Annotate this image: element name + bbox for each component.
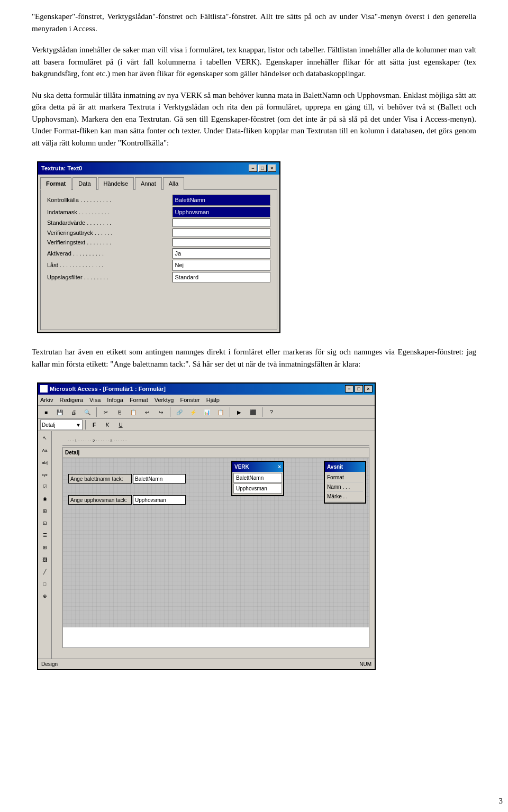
avsnitt-panel: Avsnit Format Namn . . . Märke . . [324,461,366,504]
menu-redigera[interactable]: Redigera [59,396,83,405]
tab-data[interactable]: Data [72,177,96,190]
access-form-area: · · · 1 · · · · · · 2 · · · · · · 3 · · … [52,431,375,659]
toolbar2-sep-1 [85,420,86,430]
tool-aa[interactable]: Aa [40,445,50,456]
form-detail-area: Ange balettnamn tack: BalettNamn Ange up… [63,458,369,627]
minimize-button[interactable]: − [249,165,257,172]
prop-value-2[interactable] [170,218,273,228]
close-button[interactable]: × [268,165,276,172]
avsnitt-title: Avsnit [327,464,343,470]
verk-item-2[interactable]: Upphovsman [233,483,282,494]
intermediate-text-content: Textrutan har även en etikett som anting… [32,348,476,368]
horizontal-ruler: · · · 1 · · · · · · 2 · · · · · · 3 · · … [62,436,369,446]
menu-arkiv[interactable]: Arkiv [40,396,53,405]
toolbar-btn-10[interactable]: 🔗 [174,407,185,417]
verk-titlebar: VERK × [232,462,283,472]
toolbar-view-dropdown[interactable]: Detalj ▼ [40,419,83,430]
menu-infoga[interactable]: Infoga [107,396,123,405]
format-bold-btn[interactable]: F [88,419,100,430]
paragraph-2: Verktygslådan innehåller de saker man vi… [32,44,476,80]
toolbar-btn-11[interactable]: ⚡ [187,407,199,417]
access-screenshot: A Microsoft Access - [Formulär1 : Formul… [37,382,476,670]
toolbar-btn-14[interactable]: ▶ [233,407,245,417]
maximize-button[interactable]: □ [258,165,267,172]
access-main-area: ↖ Aa ab| xyz ☑ ◉ ⊞ ⊡ ☰ ⊞ 🖼 ╱ □ ⊕ · · · 1… [38,431,375,659]
tool-more[interactable]: ⊕ [40,591,50,602]
tool-xyz[interactable]: xyz [40,470,50,480]
toolbar-btn-1[interactable]: ■ [40,407,52,417]
paragraph-1-text: "Egenskaper"-fönstret, Verktygslådan"-fö… [32,12,476,33]
verk-item-1[interactable]: BalettNamn [233,473,282,483]
tool-checkbox[interactable]: ☑ [40,482,50,492]
tool-toggle[interactable]: ⊞ [40,506,50,517]
form-detail-header: Detalj [63,448,369,458]
access-minimize-btn[interactable]: − [345,385,353,393]
toolbar-btn-3[interactable]: 🖨 [68,407,79,417]
prop-label-6: Låst . . . . . . . . . . . . . . [45,259,170,271]
tab-format[interactable]: Format [40,177,71,190]
prop-value-7[interactable]: Standard [170,271,273,284]
toolbar-btn-9[interactable]: ↪ [155,407,167,417]
prop-value-5[interactable]: Ja [170,248,273,260]
toolbar-sep-3 [230,407,230,417]
prop-label-5: Aktiverad . . . . . . . . . . [45,248,170,260]
toolbar-btn-4[interactable]: 🔍 [81,407,93,417]
prop-value-3[interactable] [170,228,273,238]
tool-listbox[interactable]: ☰ [40,531,50,541]
access-toolbar-1: ■ 💾 🖨 🔍 ✂ ⎘ 📋 ↩ ↪ 🔗 ⚡ 📊 📋 ▶ ⬛ ? [38,406,375,419]
form-textbox-1[interactable]: BalettNamn [133,474,186,483]
properties-window: Textruta: Text0 − □ × Format Data Händel… [37,161,280,333]
toolbar-sep-4 [262,407,262,417]
tab-handelse[interactable]: Händelse [98,177,134,190]
prop-label-1: Indatamask . . . . . . . . . . [45,206,170,218]
tool-option[interactable]: ◉ [40,494,50,505]
toolbar-btn-2[interactable]: 💾 [54,407,66,417]
avsnitt-row-3: Märke . . [327,492,363,501]
prop-label-4: Verifieringstext . . . . . . . . [45,238,170,248]
prop-label-7: Uppslagsfilter . . . . . . . . [45,271,170,284]
access-close-btn[interactable]: × [364,385,373,393]
prop-value-6[interactable]: Nej [170,259,273,271]
format-italic-btn[interactable]: K [102,419,113,430]
tool-combo[interactable]: ⊡ [40,518,50,529]
prop-value-4[interactable] [170,238,273,248]
form-document: Detalj Ange balettnamn tack: BalettNamn [62,447,369,648]
tab-annat[interactable]: Annat [135,177,162,190]
toolbar-btn-13[interactable]: 📋 [215,407,226,417]
tool-rect[interactable]: □ [40,579,50,590]
access-maximize-btn[interactable]: □ [355,385,363,393]
toolbar-btn-12[interactable]: 📊 [201,407,213,417]
tool-pointer[interactable]: ↖ [40,433,50,444]
menu-format[interactable]: Format [130,396,148,405]
tool-line[interactable]: ╱ [40,567,50,578]
form-field-row-2: Ange upphovsman tack: Upphovsman [68,495,186,505]
tab-alla[interactable]: Alla [163,177,184,190]
prop-value-0[interactable]: BalettNamn [170,194,273,206]
status-num: NUM [359,660,371,668]
toolbar-btn-15[interactable]: ⬛ [247,407,259,417]
toolbar-sep-1 [96,407,97,417]
toolbar-btn-8[interactable]: ↩ [141,407,153,417]
menu-verktyg[interactable]: Verktyg [155,396,174,405]
toolbar-btn-6[interactable]: ⎘ [114,407,125,417]
access-toolbar-2: Detalj ▼ F K U [38,419,375,431]
format-underline-btn[interactable]: U [115,419,126,430]
paragraph-1: "Egenskaper"-fönstret, Verktygslådan"-fö… [32,11,476,34]
form-textbox-2[interactable]: Upphovsman [133,495,186,505]
tool-subform[interactable]: ⊞ [40,543,50,553]
verk-content: BalettNamn Upphovsman [232,472,283,495]
toolbar-btn-5[interactable]: ✂ [100,407,112,417]
access-titlebar: A Microsoft Access - [Formulär1 : Formul… [38,384,375,395]
prop-value-1[interactable]: Upphovsman [170,206,273,218]
properties-title: Textruta: Text0 [41,164,82,173]
toolbar-btn-16[interactable]: ? [266,407,277,417]
tool-obj[interactable]: 🖼 [40,555,50,565]
menu-hjalp[interactable]: Hjälp [206,396,220,405]
menu-visa[interactable]: Visa [89,396,101,405]
tool-ab[interactable]: ab| [40,458,50,468]
toolbar-btn-7[interactable]: 📋 [128,407,139,417]
menu-fonster[interactable]: Fönster [180,396,199,405]
access-toolbox: ↖ Aa ab| xyz ☑ ◉ ⊞ ⊡ ☰ ⊞ 🖼 ╱ □ ⊕ [38,431,52,659]
verk-close-btn[interactable]: × [278,463,281,471]
properties-tabs: Format Data Händelse Annat Alla [38,175,279,190]
